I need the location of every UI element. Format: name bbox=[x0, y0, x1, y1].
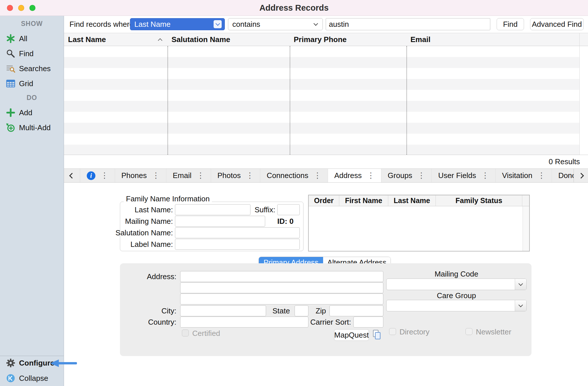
address-tab-panel: Family Name Information Last Name: Suffi… bbox=[64, 183, 588, 386]
asterisk-icon bbox=[6, 34, 16, 43]
tab-address[interactable]: Address ⋮ bbox=[328, 169, 381, 182]
column-divider bbox=[290, 46, 290, 155]
tab-menu-icon[interactable]: ⋮ bbox=[197, 172, 204, 179]
sidebar-item-label: Grid bbox=[19, 79, 33, 88]
members-scrollbar-track[interactable] bbox=[523, 206, 529, 251]
find-field-select[interactable]: Last Name bbox=[130, 18, 225, 30]
chevron-down-icon bbox=[515, 279, 526, 290]
column-divider bbox=[406, 46, 407, 155]
tab-photos[interactable]: Photos ⋮ bbox=[211, 169, 260, 182]
column-header-last-name[interactable]: Last Name bbox=[64, 33, 167, 46]
newsletter-label: Newsletter bbox=[476, 328, 511, 336]
state-label: State bbox=[269, 305, 290, 316]
zip-input[interactable] bbox=[329, 305, 383, 316]
chevron-right-icon bbox=[578, 173, 584, 179]
tab-menu-icon[interactable]: ⋮ bbox=[417, 172, 425, 179]
members-column-family-status: Family Status bbox=[436, 195, 522, 206]
mailing-code-select[interactable] bbox=[386, 279, 527, 290]
zoom-button[interactable] bbox=[29, 5, 35, 11]
salutation-name-input[interactable] bbox=[175, 227, 300, 238]
tab-connections[interactable]: Connections ⋮ bbox=[260, 169, 328, 182]
table-scrollbar-track[interactable] bbox=[579, 46, 588, 155]
sidebar-item-collapse[interactable]: Collapse bbox=[0, 372, 64, 384]
tab-menu-icon[interactable]: ⋮ bbox=[314, 172, 321, 179]
mailing-name-input[interactable] bbox=[175, 216, 265, 227]
tab-email[interactable]: Email ⋮ bbox=[166, 169, 211, 182]
address-line2-input[interactable] bbox=[180, 282, 383, 293]
sidebar-item-grid[interactable]: Grid bbox=[0, 77, 64, 90]
sidebar-item-find[interactable]: Find bbox=[0, 48, 64, 60]
tab-visitation[interactable]: Visitation ⋮ bbox=[496, 169, 552, 182]
window-title: Address Records bbox=[259, 3, 329, 13]
sidebar-footer-divider bbox=[0, 356, 64, 356]
minimize-button[interactable] bbox=[18, 5, 24, 11]
main-content: Find records where Last Name contains Fi… bbox=[64, 16, 588, 386]
plus-icon bbox=[6, 108, 16, 118]
column-header-email[interactable]: Email bbox=[406, 33, 579, 46]
advanced-find-button[interactable]: Advanced Find bbox=[530, 18, 584, 30]
directory-checkbox[interactable] bbox=[389, 328, 396, 335]
certified-checkbox[interactable] bbox=[182, 330, 189, 336]
tab-donor-note[interactable]: Donor Note ⋮ bbox=[552, 169, 574, 182]
suffix-input[interactable] bbox=[277, 204, 300, 215]
mapquest-button[interactable]: MapQuest bbox=[334, 329, 369, 341]
sidebar-item-add[interactable]: Add bbox=[0, 107, 64, 119]
tab-user-fields[interactable]: User Fields ⋮ bbox=[432, 169, 495, 182]
address-line1-input[interactable] bbox=[180, 271, 383, 282]
tab-menu-icon[interactable]: ⋮ bbox=[101, 172, 108, 179]
close-button[interactable] bbox=[7, 5, 13, 11]
salutation-name-label: Salutation Name: bbox=[111, 227, 173, 238]
members-column-filler bbox=[522, 195, 529, 206]
find-button[interactable]: Find bbox=[497, 18, 524, 30]
members-column-last-name: Last Name bbox=[388, 195, 436, 206]
results-table-body bbox=[64, 46, 588, 155]
results-count: 0 Results bbox=[549, 155, 580, 169]
sidebar-item-searches[interactable]: Searches bbox=[0, 63, 64, 75]
tabs-scroll-right-button[interactable] bbox=[574, 169, 588, 182]
last-name-label: Last Name: bbox=[120, 204, 173, 215]
country-input[interactable] bbox=[180, 317, 308, 328]
info-icon: i bbox=[87, 171, 95, 180]
sidebar-section-do: DO bbox=[0, 92, 64, 103]
sidebar-item-all[interactable]: All bbox=[0, 33, 64, 45]
column-header-primary-phone[interactable]: Primary Phone bbox=[290, 33, 406, 46]
tab-menu-icon[interactable]: ⋮ bbox=[481, 172, 489, 179]
sidebar-item-multi-add[interactable]: Multi-Add bbox=[0, 122, 64, 134]
tabs-scroll-left-button[interactable] bbox=[64, 169, 80, 182]
annotation-arrow bbox=[50, 358, 78, 369]
carrier-sort-input[interactable] bbox=[353, 317, 383, 328]
care-group-select[interactable] bbox=[386, 300, 527, 311]
sidebar-item-label: Find bbox=[19, 49, 34, 58]
find-operator-select[interactable]: contains bbox=[228, 18, 323, 30]
mailing-code-label: Mailing Code bbox=[386, 270, 527, 278]
address-line3-input[interactable] bbox=[180, 294, 383, 304]
state-input[interactable] bbox=[295, 305, 308, 316]
find-field-value: Last Name bbox=[134, 20, 171, 29]
collapse-icon bbox=[6, 373, 16, 383]
label-name-input[interactable] bbox=[175, 239, 300, 250]
tab-groups[interactable]: Groups ⋮ bbox=[381, 169, 432, 182]
carrier-sort-label: Carrier Sort: bbox=[305, 317, 351, 328]
newsletter-checkbox[interactable] bbox=[465, 328, 472, 335]
sidebar-item-label: Searches bbox=[19, 64, 51, 73]
tab-menu-icon[interactable]: ⋮ bbox=[538, 172, 545, 179]
multi-add-icon bbox=[6, 123, 16, 133]
find-value-input[interactable] bbox=[326, 18, 490, 30]
chevron-down-icon bbox=[515, 300, 526, 311]
chevron-left-icon bbox=[69, 173, 75, 179]
tab-menu-icon[interactable]: ⋮ bbox=[246, 172, 254, 179]
tab-phones[interactable]: Phones ⋮ bbox=[115, 169, 166, 182]
find-records-where-label: Find records where bbox=[69, 16, 134, 33]
copy-icon[interactable] bbox=[372, 329, 382, 341]
tab-info[interactable]: i ⋮ bbox=[80, 169, 115, 182]
sort-ascending-icon bbox=[158, 38, 163, 43]
tab-menu-icon[interactable]: ⋮ bbox=[152, 172, 160, 179]
last-name-input[interactable] bbox=[175, 204, 250, 215]
tab-menu-icon[interactable]: ⋮ bbox=[367, 172, 375, 179]
country-label: Country: bbox=[130, 317, 176, 328]
record-tabs-bar: i ⋮ Phones ⋮ Email ⋮ Photos ⋮ Connection… bbox=[64, 169, 588, 183]
mailing-name-label: Mailing Name: bbox=[120, 216, 173, 227]
column-header-salutation-name[interactable]: Salutation Name bbox=[167, 33, 290, 46]
sidebar-item-label: Configure bbox=[19, 359, 54, 368]
city-input[interactable] bbox=[180, 305, 266, 316]
